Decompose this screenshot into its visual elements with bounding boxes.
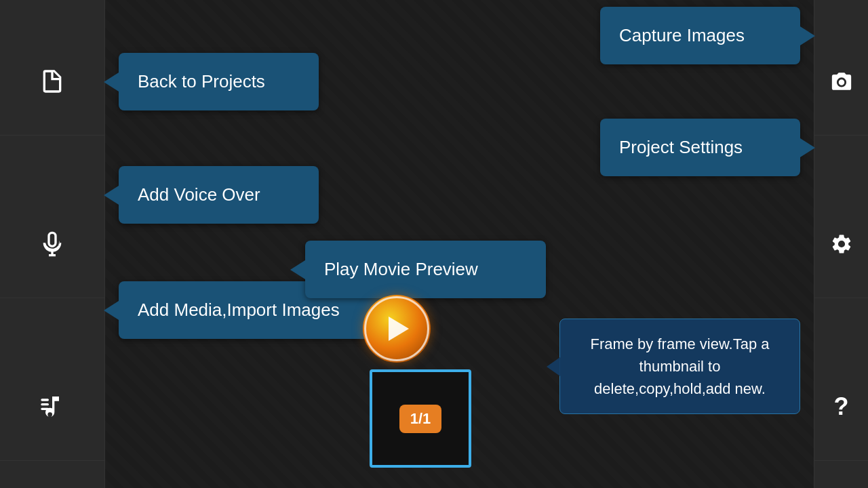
back-to-projects-label: Back to Projects bbox=[138, 71, 265, 92]
play-movie-preview-button[interactable]: Play Movie Preview bbox=[305, 241, 546, 298]
capture-images-label: Capture Images bbox=[619, 25, 745, 46]
sidebar-item-camera[interactable] bbox=[814, 27, 868, 136]
microphone-icon bbox=[39, 230, 66, 258]
main-content: Back to Projects Add Voice Over Add Medi… bbox=[105, 0, 814, 488]
thumbnail-frame[interactable]: 1/1 bbox=[370, 369, 471, 468]
play-icon-graphic bbox=[363, 295, 431, 363]
document-icon bbox=[39, 68, 66, 95]
capture-images-button[interactable]: Capture Images bbox=[600, 7, 800, 64]
add-voice-over-label: Add Voice Over bbox=[138, 184, 260, 205]
project-settings-button[interactable]: Project Settings bbox=[600, 119, 800, 176]
project-settings-label: Project Settings bbox=[619, 137, 743, 158]
svg-rect-2 bbox=[41, 407, 49, 409]
sidebar-item-settings[interactable] bbox=[814, 190, 868, 298]
right-sidebar: ? bbox=[814, 0, 868, 488]
svg-rect-0 bbox=[41, 399, 49, 401]
tooltip-box: Frame by frame view.Tap a thumbnail to d… bbox=[559, 319, 800, 414]
media-music-icon bbox=[39, 393, 66, 420]
sidebar-item-help[interactable]: ? bbox=[814, 352, 868, 461]
svg-rect-1 bbox=[41, 403, 49, 405]
sidebar-item-document[interactable] bbox=[0, 27, 104, 136]
add-voice-over-button[interactable]: Add Voice Over bbox=[119, 166, 319, 224]
help-icon: ? bbox=[834, 392, 849, 421]
back-to-projects-button[interactable]: Back to Projects bbox=[119, 53, 319, 110]
camera-icon bbox=[830, 70, 853, 93]
tooltip-text: Frame by frame view.Tap a thumbnail to d… bbox=[590, 336, 769, 397]
sidebar-item-microphone[interactable] bbox=[0, 190, 104, 298]
gear-icon bbox=[830, 232, 853, 256]
play-movie-preview-label: Play Movie Preview bbox=[324, 259, 478, 280]
thumbnail-area: 1/1 bbox=[363, 363, 478, 478]
add-media-import-label: Add Media,Import Images bbox=[138, 300, 340, 321]
frame-counter: 1/1 bbox=[399, 405, 442, 433]
left-sidebar bbox=[0, 0, 105, 488]
sidebar-item-media[interactable] bbox=[0, 352, 104, 461]
